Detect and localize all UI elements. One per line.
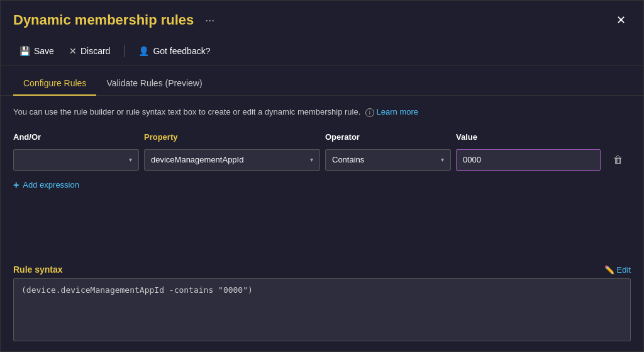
operator-value: Contains xyxy=(332,155,364,164)
delete-row-button[interactable]: 🗑 xyxy=(606,152,631,168)
tab-configure-rules[interactable]: Configure Rules xyxy=(13,73,96,96)
and-or-arrow-icon: ▾ xyxy=(129,156,132,163)
toolbar: 💾 Save ✕ Discard 👤 Got feedback? xyxy=(1,37,643,65)
columns-header: And/Or Property Operator Value xyxy=(13,128,631,145)
add-expression-plus-icon: + xyxy=(13,179,19,191)
rule-syntax-section: Rule syntax ✏️ Edit (device.deviceManage… xyxy=(13,264,631,341)
delete-icon: 🗑 xyxy=(613,154,623,166)
discard-icon: ✕ xyxy=(69,46,77,56)
edit-button[interactable]: ✏️ Edit xyxy=(604,265,631,275)
property-dropdown[interactable]: deviceManagementAppId ▾ xyxy=(144,149,320,171)
title-bar: Dynamic membership rules ··· ✕ xyxy=(1,1,643,37)
property-arrow-icon: ▾ xyxy=(310,156,313,163)
col-and-or: And/Or xyxy=(13,132,139,142)
feedback-label: Got feedback? xyxy=(153,46,210,56)
description-text: You can use the rule builder or rule syn… xyxy=(13,106,631,118)
rule-syntax-box: (device.deviceManagementAppId -contains … xyxy=(13,278,631,341)
edit-icon: ✏️ xyxy=(604,265,614,275)
save-icon: 💾 xyxy=(19,46,30,56)
rule-row: ▾ deviceManagementAppId ▾ Contains ▾ 🗑 xyxy=(13,149,631,171)
modal-container: Dynamic membership rules ··· ✕ 💾 Save ✕ … xyxy=(0,0,644,352)
feedback-button[interactable]: 👤 Got feedback? xyxy=(132,42,216,60)
add-expression-button[interactable]: + Add expression xyxy=(13,176,79,195)
save-label: Save xyxy=(34,46,54,56)
content-area: You can use the rule builder or rule syn… xyxy=(1,96,643,351)
discard-label: Discard xyxy=(80,46,110,56)
discard-button[interactable]: ✕ Discard xyxy=(63,42,116,60)
operator-dropdown[interactable]: Contains ▾ xyxy=(325,149,451,171)
rule-syntax-label: Rule syntax xyxy=(13,264,63,275)
title-left: Dynamic membership rules ··· xyxy=(13,12,218,28)
col-property: Property xyxy=(144,132,320,142)
and-or-dropdown[interactable]: ▾ xyxy=(13,149,139,171)
feedback-icon: 👤 xyxy=(138,46,149,56)
col-operator: Operator xyxy=(325,132,451,142)
property-value: deviceManagementAppId xyxy=(151,155,243,164)
value-input[interactable] xyxy=(456,149,601,171)
save-button[interactable]: 💾 Save xyxy=(13,42,60,60)
info-icon[interactable]: i xyxy=(365,108,374,117)
close-button[interactable]: ✕ xyxy=(611,11,631,30)
add-expression-label: Add expression xyxy=(23,180,79,190)
toolbar-divider xyxy=(124,45,125,57)
rule-builder: And/Or Property Operator Value ▾ deviceM… xyxy=(13,128,631,258)
col-value: Value xyxy=(456,132,631,142)
rule-syntax-content: (device.deviceManagementAppId -contains … xyxy=(21,285,253,295)
ellipsis-button[interactable]: ··· xyxy=(201,13,218,28)
tab-validate-rules[interactable]: Validate Rules (Preview) xyxy=(96,73,212,96)
learn-more-link[interactable]: Learn more xyxy=(377,107,418,116)
rule-syntax-header: Rule syntax ✏️ Edit xyxy=(13,264,631,275)
page-title: Dynamic membership rules xyxy=(13,12,194,28)
edit-label: Edit xyxy=(617,265,631,275)
operator-arrow-icon: ▾ xyxy=(441,156,444,163)
tabs-container: Configure Rules Validate Rules (Preview) xyxy=(1,65,643,96)
